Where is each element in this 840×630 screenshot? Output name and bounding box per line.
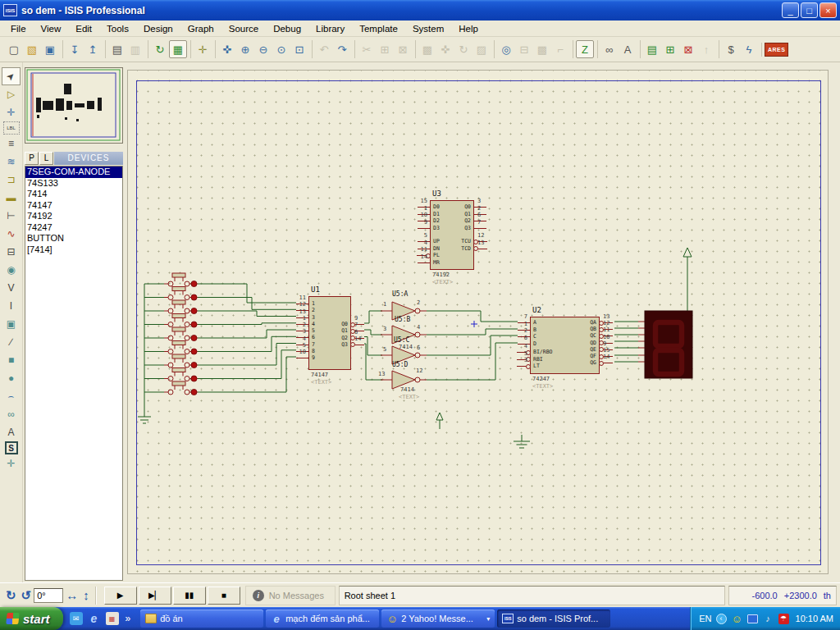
minimize-button[interactable]: _ xyxy=(782,2,799,18)
power-terminal-mid[interactable] xyxy=(436,413,443,429)
goto-parent-sheet[interactable]: ↑ xyxy=(697,40,715,58)
play[interactable]: ▶ xyxy=(104,587,137,605)
ground-terminal-left[interactable] xyxy=(138,417,151,423)
menu-item[interactable]: Graph xyxy=(180,22,221,35)
mạch đếm sản phẩ...[interactable]: mạch đếm sản phẩ... xyxy=(266,609,379,628)
pick-devices-button[interactable]: P xyxy=(25,152,39,165)
pause[interactable]: ▮▮ xyxy=(173,587,206,605)
start-button[interactable]: start xyxy=(0,607,63,630)
netlist-to-ares[interactable]: ARES xyxy=(765,43,788,57)
save-design[interactable]: ▣ xyxy=(41,40,59,58)
device-list-item[interactable]: [7414] xyxy=(25,244,122,256)
power-terminal-display[interactable] xyxy=(683,248,692,311)
rotate-anticlockwise-button[interactable]: ↺ xyxy=(19,588,34,603)
quick-launch-ie-icon[interactable]: e xyxy=(88,612,101,625)
chip-u3-74192[interactable]: U3 15D01D110D29D35UP4DN11PL14MR 3Q02Q16Q… xyxy=(430,200,474,270)
so dem - ISIS Prof...[interactable]: so dem - ISIS Prof... xyxy=(497,609,610,628)
terminal-mode[interactable]: ▬ xyxy=(2,189,21,207)
wire-label-mode[interactable]: LBL xyxy=(3,121,20,135)
device-list-item[interactable]: 74192 xyxy=(25,211,122,222)
quick-launch-messenger-icon[interactable]: ✉ xyxy=(70,612,83,625)
mirror-vertical-button[interactable]: ↕ xyxy=(80,588,92,602)
export-section[interactable]: ↥ xyxy=(84,40,102,58)
zoom-out[interactable]: ⊖ xyxy=(254,40,272,58)
close-button[interactable]: × xyxy=(819,2,837,18)
menu-item[interactable]: Tools xyxy=(99,22,136,35)
quick-launch-network-icon[interactable]: ▦ xyxy=(106,612,119,625)
device-list-item[interactable]: 74S133 xyxy=(25,178,122,189)
pan-centre[interactable]: ✜ xyxy=(218,40,236,58)
paste[interactable]: ⊠ xyxy=(394,40,412,58)
toggle-grid[interactable]: ▦ xyxy=(169,40,187,58)
copy[interactable]: ⊞ xyxy=(376,40,394,58)
block-delete[interactable]: ▨ xyxy=(472,40,491,58)
2 Yahoo! Messe...[interactable]: 2 Yahoo! Messe... ▾ xyxy=(381,609,495,628)
tape-recorder-mode[interactable]: ⊟ xyxy=(2,243,21,261)
make-device[interactable]: ⊟ xyxy=(515,40,533,58)
bus-mode[interactable]: ≋ xyxy=(2,153,21,171)
symbol-mode[interactable]: S xyxy=(5,441,18,454)
zoom-in[interactable]: ⊕ xyxy=(236,40,254,58)
new-design[interactable]: ▢ xyxy=(5,40,23,58)
quick-launch-overflow-chevron[interactable]: » xyxy=(124,613,133,624)
chip-u2-74247[interactable]: U2 7A1B2C6D4BI/RBO5RBI3LT 13QA12QB11QC10… xyxy=(530,317,600,374)
subcircuit-mode[interactable]: ⊐ xyxy=(2,171,21,189)
menu-item[interactable]: Source xyxy=(221,22,266,35)
seven-segment-display[interactable] xyxy=(645,311,692,378)
wire-autorouter[interactable]: Z xyxy=(576,40,594,58)
component-mode[interactable]: ▷ xyxy=(2,85,21,103)
graph-mode[interactable]: ∿ xyxy=(2,225,21,243)
language-indicator[interactable]: EN xyxy=(699,614,711,623)
block-copy[interactable]: ▩ xyxy=(418,40,436,58)
menu-item[interactable]: Help xyxy=(451,22,486,35)
current-probe-mode[interactable]: I xyxy=(2,297,21,315)
new-sheet[interactable]: ⊞ xyxy=(661,40,679,58)
step[interactable]: ▶▏ xyxy=(139,587,171,605)
device-list-item[interactable]: 74147 xyxy=(25,200,122,212)
property-assignment[interactable]: A xyxy=(619,40,637,58)
cut[interactable]: ✂ xyxy=(358,40,376,58)
electrical-rule-check[interactable]: ϟ xyxy=(740,40,758,58)
tray-collapse-chevron[interactable]: ‹ xyxy=(716,614,727,624)
mark-output-area[interactable]: ▥ xyxy=(126,40,144,58)
stop[interactable]: ■ xyxy=(208,587,240,605)
generator-mode[interactable]: ◉ xyxy=(2,261,21,279)
junction-dot-mode[interactable]: ✛ xyxy=(2,103,21,121)
menu-item[interactable]: Design xyxy=(136,22,180,35)
rotation-angle-input[interactable] xyxy=(34,588,63,603)
device-pin-mode[interactable]: ⊢ xyxy=(2,207,21,225)
bill-of-materials[interactable]: $ xyxy=(722,40,740,58)
device-list-item[interactable]: BUTTON xyxy=(25,233,122,244)
mirror-horizontal-button[interactable]: ↔ xyxy=(63,588,80,602)
design-explorer[interactable]: ▤ xyxy=(643,40,661,58)
menu-item[interactable]: Template xyxy=(352,22,405,35)
marker-mode[interactable]: ✛ xyxy=(2,454,21,472)
menu-item[interactable]: Edit xyxy=(68,22,99,35)
voltage-probe-mode[interactable]: V xyxy=(2,279,21,297)
maximize-button[interactable]: □ xyxy=(801,2,818,18)
block-rotate[interactable]: ↻ xyxy=(454,40,472,58)
schematic-canvas[interactable]: U1 1111221331425364758109 9Q07Q16Q214Q3 … xyxy=(127,70,829,574)
open-design[interactable]: ▧ xyxy=(23,40,41,58)
remove-sheet[interactable]: ⊠ xyxy=(679,40,697,58)
box-mode[interactable]: ■ xyxy=(2,351,21,369)
display-tray-icon[interactable] xyxy=(747,614,758,623)
volume-tray-icon[interactable]: ♪ xyxy=(762,613,774,624)
arc-mode[interactable]: ⌢ xyxy=(2,387,21,405)
virtual-instrument-mode[interactable]: ▣ xyxy=(2,315,21,333)
pick-parts[interactable]: ◎ xyxy=(497,40,515,58)
chip-u1-74147[interactable]: U1 1111221331425364758109 9Q07Q16Q214Q3 … xyxy=(308,296,351,370)
ground-terminal-mid[interactable] xyxy=(514,435,530,448)
decompose[interactable]: ⌐ xyxy=(551,40,569,58)
đồ án[interactable]: đồ án xyxy=(140,609,263,628)
text-script-mode[interactable]: ≡ xyxy=(2,135,21,153)
text-2d-mode[interactable]: A xyxy=(2,423,21,441)
device-list-item[interactable]: 7SEG-COM-ANODE xyxy=(25,167,122,178)
selection-tool[interactable]: ➤ xyxy=(2,67,21,85)
device-list-item[interactable]: 7414 xyxy=(25,189,122,200)
overview-map[interactable] xyxy=(25,67,123,144)
path-mode[interactable]: ∞ xyxy=(2,405,21,423)
menu-item[interactable]: File xyxy=(3,22,34,35)
library-manager-button[interactable]: L xyxy=(39,152,53,165)
zoom-all[interactable]: ⊙ xyxy=(272,40,290,58)
